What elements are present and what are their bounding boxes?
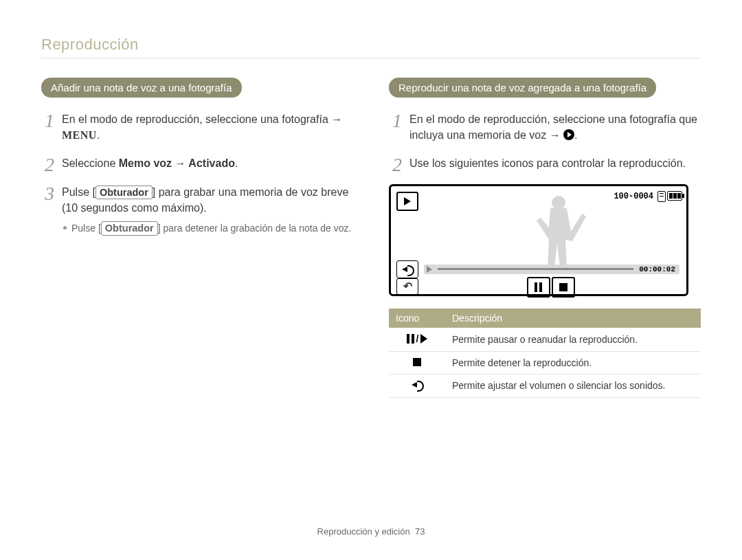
battery-icon <box>667 191 682 201</box>
step-3-sub-post: ] para detener la grabación de la nota d… <box>158 223 352 234</box>
step-2-bold: Memo voz → Activado <box>119 157 235 169</box>
step-1-pre: En el modo de reproducción, seleccione u… <box>409 113 697 141</box>
menu-icon: MENU <box>62 129 97 141</box>
cell-desc: Permite detener la reproducción. <box>445 351 701 374</box>
step-1: En el modo de reproducción, seleccione u… <box>389 111 701 143</box>
column-right: Reproducir una nota de voz agregada a un… <box>389 78 701 398</box>
table-row: Permite detener la reproducción. <box>389 351 701 374</box>
step-1-text: En el modo de reproducción, seleccione u… <box>62 113 342 125</box>
breadcrumb: Reproducción <box>41 36 701 54</box>
table-row: / Permite pausar o reanudar la reproducc… <box>389 328 701 352</box>
playback-mode-icon <box>396 192 418 211</box>
stop-icon <box>413 358 421 366</box>
step-2-text: Use los siguientes iconos para controlar… <box>409 157 686 169</box>
column-header-icon: Icono <box>389 309 445 328</box>
step-3-sub-pre: Pulse [ <box>71 223 101 234</box>
page: Reproducción Añadir una nota de voz a un… <box>0 0 742 560</box>
step-2: Seleccione Memo voz → Activado. <box>41 155 353 171</box>
speaker-icon <box>402 265 413 274</box>
step-2: Use los siguientes iconos para controlar… <box>389 155 701 171</box>
progress-bar[interactable]: 00:00:02 <box>424 265 679 274</box>
file-number: 100-0004 <box>614 192 653 201</box>
step-3: Pulse [Obturador] para grabar una memori… <box>41 184 353 236</box>
progress-track <box>438 268 633 270</box>
pause-icon <box>535 282 543 292</box>
icon-description-table: Icono Descripción / Permite pausar o rea… <box>389 309 701 398</box>
cell-icon <box>389 374 445 397</box>
step-3-pre: Pulse [ <box>62 186 95 198</box>
back-button[interactable]: ↶ <box>396 278 418 295</box>
play-icon <box>563 129 574 140</box>
step-1-post: . <box>574 129 577 141</box>
shutter-button-label: Obturador <box>95 186 153 200</box>
steps-play-voice-memo: En el modo de reproducción, seleccione u… <box>389 111 701 172</box>
page-number: 73 <box>415 526 425 537</box>
divider <box>41 58 701 58</box>
camera-screen-illustration: 100-0004 00:00:02 ↶ <box>389 184 688 296</box>
svg-point-0 <box>552 196 565 210</box>
cell-icon <box>389 351 445 374</box>
step-2-post: . <box>235 157 238 169</box>
shutter-button-label: Obturador <box>101 221 158 236</box>
section-heading-add-voice-memo: Añadir una nota de voz a una fotografía <box>41 78 242 98</box>
step-1-post: . <box>97 129 100 141</box>
stop-icon <box>559 283 567 291</box>
cell-desc: Permite pausar o reanudar la reproducció… <box>445 328 701 352</box>
pause-button[interactable] <box>527 277 550 298</box>
page-footer: Reproducción y edición 73 <box>0 526 742 537</box>
steps-add-voice-memo: En el modo de reproducción, seleccione u… <box>41 111 353 236</box>
step-3-sublist: Pulse [Obturador] para detener la grabac… <box>62 221 353 236</box>
table-row: Permite ajustar el volumen o silenciar l… <box>389 374 701 397</box>
column-left: Añadir una nota de voz a una fotografía … <box>41 78 353 398</box>
cell-desc: Permite ajustar el volumen o silenciar l… <box>445 374 701 397</box>
voice-memo-indicator-icon <box>657 191 666 202</box>
step-2-pre: Seleccione <box>62 157 119 169</box>
column-header-description: Descripción <box>445 309 701 328</box>
step-3-sub-1: Pulse [Obturador] para detener la grabac… <box>71 221 353 236</box>
section-heading-play-voice-memo: Reproducir una nota de voz agregada a un… <box>389 78 656 98</box>
footer-section-label: Reproducción y edición <box>317 526 410 537</box>
cell-icon: / <box>389 328 445 352</box>
elapsed-time: 00:00:02 <box>639 265 675 273</box>
speaker-icon <box>412 380 423 390</box>
two-column-layout: Añadir una nota de voz a una fotografía … <box>41 78 701 398</box>
pause-play-icon: / <box>407 333 428 344</box>
stop-button[interactable] <box>552 277 575 298</box>
step-1: En el modo de reproducción, seleccione u… <box>41 111 353 143</box>
volume-button[interactable] <box>396 260 418 278</box>
progress-play-icon <box>427 266 432 273</box>
photo-silhouette <box>516 190 598 267</box>
